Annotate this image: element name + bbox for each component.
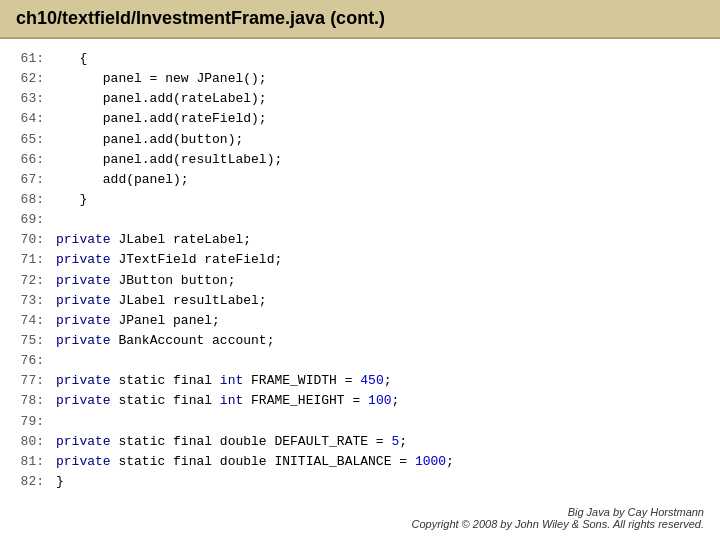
line-code: private JLabel resultLabel; <box>56 291 267 311</box>
line-number: 64: <box>20 109 56 129</box>
footer: Big Java by Cay Horstmann Copyright © 20… <box>411 506 704 530</box>
line-code: private JTextField rateField; <box>56 250 282 270</box>
footer-line2: Copyright © 2008 by John Wiley & Sons. A… <box>411 518 704 530</box>
footer-line1: Big Java by Cay Horstmann <box>411 506 704 518</box>
line-code: add(panel); <box>56 170 189 190</box>
code-line: 61: { <box>20 49 700 69</box>
code-line: 76: <box>20 351 700 371</box>
line-number: 71: <box>20 250 56 270</box>
line-number: 68: <box>20 190 56 210</box>
code-line: 74:private JPanel panel; <box>20 311 700 331</box>
code-line: 81:private static final double INITIAL_B… <box>20 452 700 472</box>
line-number: 65: <box>20 130 56 150</box>
line-number: 67: <box>20 170 56 190</box>
line-number: 61: <box>20 49 56 69</box>
line-number: 74: <box>20 311 56 331</box>
line-code: { <box>56 49 87 69</box>
line-number: 81: <box>20 452 56 472</box>
line-code: private JLabel rateLabel; <box>56 230 251 250</box>
code-line: 65: panel.add(button); <box>20 130 700 150</box>
code-line: 69: <box>20 210 700 230</box>
line-number: 69: <box>20 210 56 230</box>
code-line: 80:private static final double DEFAULT_R… <box>20 432 700 452</box>
line-number: 76: <box>20 351 56 371</box>
code-block: 61: {62: panel = new JPanel();63: panel.… <box>20 49 700 492</box>
code-line: 63: panel.add(rateLabel); <box>20 89 700 109</box>
code-line: 78:private static final int FRAME_HEIGHT… <box>20 391 700 411</box>
line-code: panel = new JPanel(); <box>56 69 267 89</box>
line-number: 66: <box>20 150 56 170</box>
code-line: 67: add(panel); <box>20 170 700 190</box>
line-number: 62: <box>20 69 56 89</box>
line-number: 63: <box>20 89 56 109</box>
line-number: 78: <box>20 391 56 411</box>
line-code: private JButton button; <box>56 271 235 291</box>
line-number: 70: <box>20 230 56 250</box>
line-code: } <box>56 472 64 492</box>
code-line: 73:private JLabel resultLabel; <box>20 291 700 311</box>
line-number: 72: <box>20 271 56 291</box>
line-code: private static final int FRAME_HEIGHT = … <box>56 391 399 411</box>
code-line: 64: panel.add(rateField); <box>20 109 700 129</box>
code-line: 66: panel.add(resultLabel); <box>20 150 700 170</box>
code-line: 68: } <box>20 190 700 210</box>
code-line: 79: <box>20 412 700 432</box>
code-line: 82:} <box>20 472 700 492</box>
line-code: private static final double DEFAULT_RATE… <box>56 432 407 452</box>
line-code: private static final double INITIAL_BALA… <box>56 452 454 472</box>
line-number: 75: <box>20 331 56 351</box>
line-code: panel.add(resultLabel); <box>56 150 282 170</box>
line-code: private static final int FRAME_WIDTH = 4… <box>56 371 392 391</box>
line-code: panel.add(rateField); <box>56 109 267 129</box>
title: ch10/textfield/InvestmentFrame.java (con… <box>16 8 385 28</box>
code-line: 72:private JButton button; <box>20 271 700 291</box>
code-line: 62: panel = new JPanel(); <box>20 69 700 89</box>
line-number: 82: <box>20 472 56 492</box>
line-number: 79: <box>20 412 56 432</box>
code-line: 71:private JTextField rateField; <box>20 250 700 270</box>
line-number: 73: <box>20 291 56 311</box>
line-code: private JPanel panel; <box>56 311 220 331</box>
code-line: 75:private BankAccount account; <box>20 331 700 351</box>
line-code: panel.add(button); <box>56 130 243 150</box>
code-line: 70:private JLabel rateLabel; <box>20 230 700 250</box>
line-number: 80: <box>20 432 56 452</box>
content: 61: {62: panel = new JPanel();63: panel.… <box>0 39 720 502</box>
line-code: panel.add(rateLabel); <box>56 89 267 109</box>
line-number: 77: <box>20 371 56 391</box>
header: ch10/textfield/InvestmentFrame.java (con… <box>0 0 720 39</box>
code-line: 77:private static final int FRAME_WIDTH … <box>20 371 700 391</box>
line-code: } <box>56 190 87 210</box>
line-code: private BankAccount account; <box>56 331 274 351</box>
